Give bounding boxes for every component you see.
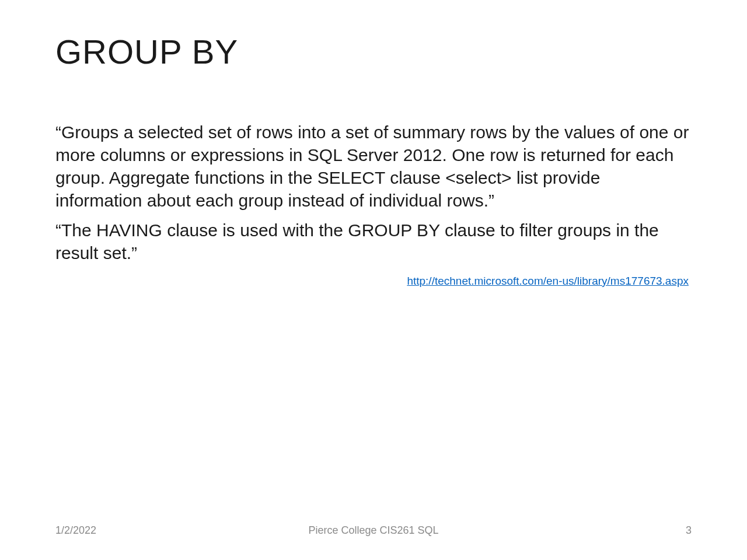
footer-page-number: 3 [686, 524, 692, 537]
link-row: http://technet.microsoft.com/en-us/libra… [55, 275, 692, 288]
footer-date: 1/2/2022 [55, 524, 96, 537]
slide-footer: 1/2/2022 Pierce College CIS261 SQL 3 [55, 524, 692, 537]
paragraph-2: “The HAVING clause is used with the GROU… [55, 219, 692, 264]
slide-container: GROUP BY “Groups a selected set of rows … [0, 0, 747, 560]
footer-center: Pierce College CIS261 SQL [308, 524, 438, 537]
slide-title: GROUP BY [55, 32, 692, 71]
paragraph-1: “Groups a selected set of rows into a se… [55, 121, 692, 212]
reference-link[interactable]: http://technet.microsoft.com/en-us/libra… [407, 275, 689, 287]
